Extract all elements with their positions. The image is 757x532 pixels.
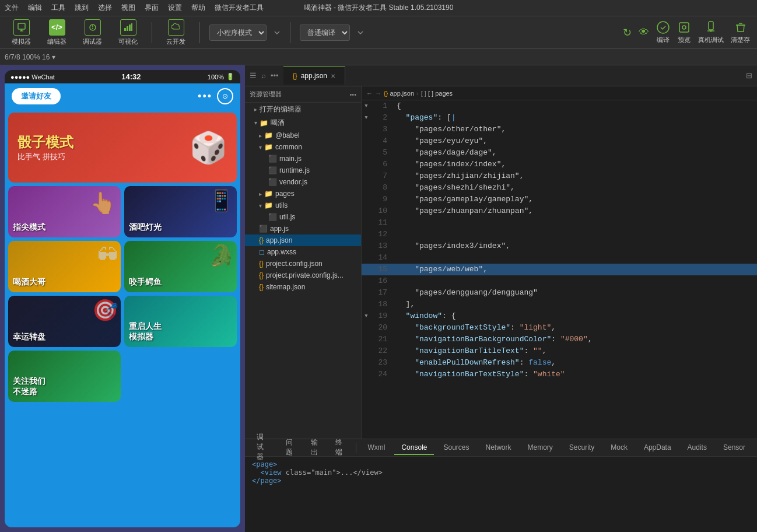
code-line-20[interactable]: 20 "backgroundTextStyle": "light", (362, 322, 757, 334)
open-editors-section[interactable]: ▸ 打开的编辑器 (245, 103, 361, 116)
file-runtime-js[interactable]: ⬛ runtime.js (245, 164, 361, 176)
game-card-dage[interactable]: 喝酒大哥 🕶 (8, 241, 121, 292)
root-folder[interactable]: ▾ 📁 喝酒 (245, 116, 361, 130)
invite-button[interactable]: 邀请好友 (12, 88, 61, 104)
menu-edit[interactable]: 编辑 (28, 3, 42, 13)
mode-select[interactable]: 小程序模式 (209, 24, 267, 41)
game-card-zhijian[interactable]: 指尖模式 👆 (8, 186, 121, 237)
breadcrumb-nav-back[interactable]: ← (366, 90, 373, 97)
menu-wechat-dev[interactable]: 微信开发者工具 (215, 3, 264, 13)
debug-tab-security[interactable]: Security (562, 441, 601, 455)
menu-goto[interactable]: 跳到 (75, 3, 89, 13)
file-app-js[interactable]: ⬛ app.js (245, 223, 361, 235)
explorer-more-icon[interactable]: ••• (349, 91, 356, 98)
file-vendor-js[interactable]: ⬛ vendor.js (245, 176, 361, 188)
code-line-21[interactable]: 21 "navigationBarBackgroundColor": "#000… (362, 334, 757, 345)
game-card-zhuanpan[interactable]: 幸运转盘 🎯 (8, 296, 121, 347)
code-line-11[interactable]: 11 (362, 217, 757, 229)
game-card-restart[interactable]: 重启人生 模拟器 (124, 296, 237, 347)
debug-tab-appdata[interactable]: AppData (637, 441, 678, 455)
game-card-eyu[interactable]: 咬手鳄鱼 🐊 (124, 241, 237, 292)
menu-help[interactable]: 帮助 (191, 3, 205, 13)
file-app-json[interactable]: {} app.json (245, 235, 361, 246)
preview-button[interactable]: 预览 (677, 20, 691, 44)
code-line-9[interactable]: 9 "pages/gameplay/gameplay", (362, 194, 757, 205)
code-editor[interactable]: ▾1{▾2 "pages": [|3 "pages/other/other",4… (362, 100, 757, 439)
tab-more-icon[interactable]: ••• (271, 71, 279, 80)
code-line-13[interactable]: 13 "pages/index3/index", (362, 240, 757, 252)
game-card-follow[interactable]: 关注我们 不迷路 (8, 351, 121, 402)
file-app-wxss[interactable]: ◻ app.wxss (245, 246, 361, 258)
debug-tab-wxml[interactable]: Wxml (360, 441, 392, 455)
menu-tools[interactable]: 工具 (51, 3, 65, 13)
build-button[interactable]: 编译 (656, 20, 670, 44)
line-collapse-arrow[interactable]: ▾ (362, 310, 371, 322)
clear-cache-button[interactable]: 清楚存 (731, 20, 750, 44)
code-line-1[interactable]: ▾1{ (362, 100, 757, 112)
camera-button[interactable]: ⊙ (217, 88, 233, 104)
breadcrumb-nav-forward[interactable]: → (375, 90, 381, 97)
code-line-4[interactable]: 4 "pages/eyu/eyu", (362, 135, 757, 147)
code-line-16[interactable]: 16 (362, 275, 757, 287)
code-line-24[interactable]: 24 "navigationBarTextStyle": "white" (362, 369, 757, 380)
refresh-button[interactable]: ↻ (623, 26, 632, 39)
code-line-3[interactable]: 3 "pages/other/other", (362, 124, 757, 135)
code-line-8[interactable]: 8 "pages/shezhi/shezhi", (362, 182, 757, 194)
folder-common[interactable]: ▾ 📁 common (245, 141, 361, 153)
code-line-12[interactable]: 12 (362, 229, 757, 240)
debug-tab-memory[interactable]: Memory (521, 441, 560, 455)
simulator-button[interactable]: 模拟器 (7, 17, 36, 48)
compile-select[interactable]: 普通编译 (300, 24, 350, 41)
folder-utils[interactable]: ▾ 📁 utils (245, 200, 361, 211)
code-line-17[interactable]: 17 "pages/dengguang/dengguang" (362, 287, 757, 299)
menu-file[interactable]: 文件 (5, 3, 19, 13)
folder-pages[interactable]: ▸ 📁 pages (245, 188, 361, 200)
pages-label: pages (275, 190, 295, 198)
editor-split-icon[interactable]: ⊟ (746, 71, 752, 80)
folder-babel[interactable]: ▸ 📁 @babel (245, 130, 361, 141)
code-line-2[interactable]: ▾2 "pages": [| (362, 112, 757, 124)
tab-search-icon[interactable]: ⌕ (261, 71, 266, 80)
line-collapse-arrow[interactable]: ▾ (362, 112, 371, 124)
debug-tab-mock[interactable]: Mock (604, 441, 635, 455)
tab-close-button[interactable]: ✕ (331, 73, 335, 79)
menu-view[interactable]: 视图 (121, 3, 135, 13)
file-sitemap[interactable]: {} sitemap.json (245, 281, 361, 293)
debug-tab-sources[interactable]: Sources (436, 441, 476, 455)
debug-tab-audits[interactable]: Audits (681, 441, 714, 455)
code-line-6[interactable]: 6 "pages/index/index", (362, 159, 757, 170)
visualize-button[interactable]: 可视化 (114, 17, 142, 48)
menu-select[interactable]: 选择 (98, 3, 112, 13)
code-line-5[interactable]: 5 "pages/dage/dage", (362, 147, 757, 159)
cloud-button[interactable]: 云开发 (162, 17, 190, 48)
editor-button[interactable]: </> 编辑器 (43, 17, 71, 48)
file-main-js[interactable]: ⬛ main.js (245, 153, 361, 164)
real-debug-button[interactable]: 真机调试 (698, 20, 724, 44)
debug-tab-sensor[interactable]: Sensor (716, 441, 752, 455)
more-button[interactable]: ••• (198, 90, 212, 103)
toolbar-actions: ↻ 👁 编译 预览 真机调试 (623, 20, 750, 44)
debug-tab-console[interactable]: Console (394, 441, 434, 455)
code-line-14[interactable]: 14 (362, 252, 757, 264)
debug-button[interactable]: 调试器 (78, 17, 107, 48)
menu-interface[interactable]: 界面 (145, 3, 159, 13)
code-line-7[interactable]: 7 "pages/zhijian/zhijian", (362, 170, 757, 182)
code-line-19[interactable]: ▾19 "window": { (362, 310, 757, 322)
file-project-private[interactable]: {} project.private.config.js... (245, 270, 361, 281)
game-card-jiuba[interactable]: 酒吧灯光 📱 (124, 186, 237, 237)
build-icon (656, 20, 670, 34)
svg-point-12 (682, 26, 686, 29)
file-project-config[interactable]: {} project.config.json (245, 258, 361, 270)
menu-settings[interactable]: 设置 (168, 3, 182, 13)
file-util-js[interactable]: ⬛ util.js (245, 211, 361, 223)
file-tab-app-json[interactable]: {} app.json ✕ (283, 66, 345, 85)
code-line-23[interactable]: 23 "enablePullDownRefresh": false, (362, 357, 757, 369)
code-line-22[interactable]: 22 "navigationBarTitleText": "", (362, 345, 757, 357)
code-line-15[interactable]: 15 "pages/web/web", (362, 264, 757, 275)
debug-tab-network[interactable]: Network (479, 441, 518, 455)
tab-list-icon[interactable]: ☰ (250, 71, 257, 80)
code-line-18[interactable]: 18 ], (362, 299, 757, 310)
line-collapse-arrow[interactable]: ▾ (362, 100, 371, 112)
preview-mode-button[interactable]: 👁 (639, 26, 649, 38)
code-line-10[interactable]: 10 "pages/zhuanpan/zhuanpan", (362, 205, 757, 217)
